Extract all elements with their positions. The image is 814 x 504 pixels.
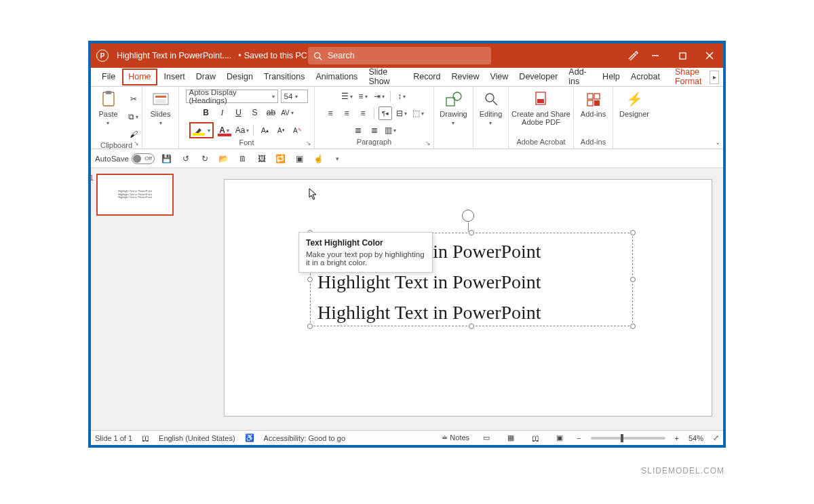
accessibility-status[interactable]: Accessibility: Good to go — [264, 434, 345, 442]
save-button[interactable]: 💾 — [160, 152, 174, 166]
ink-replay-icon[interactable] — [627, 50, 638, 60]
present-button[interactable]: ▣ — [293, 152, 307, 166]
shadow-button[interactable]: S — [248, 106, 262, 119]
font-dialog-launcher[interactable]: ↘ — [305, 139, 313, 147]
tab-view[interactable]: View — [484, 69, 513, 85]
undo-button[interactable]: ↺ — [179, 152, 193, 166]
insert-pic-button[interactable]: 🖼 — [255, 152, 269, 166]
group-drawing: Drawing▾ — [434, 87, 473, 149]
language-status[interactable]: English (United States) — [159, 434, 235, 442]
paste-button[interactable]: Paste▾ — [93, 90, 124, 127]
tab-draw[interactable]: Draw — [191, 69, 221, 85]
clear-formatting-button[interactable]: A✎ — [290, 123, 304, 137]
tab-transitions[interactable]: Transitions — [258, 69, 311, 85]
text-direction-button[interactable]: ¶◂ — [379, 106, 392, 120]
zoom-slider[interactable] — [591, 437, 665, 440]
strikethrough-button[interactable]: ab — [265, 106, 278, 119]
create-share-pdf-button[interactable]: Create and Share Adobe PDF — [511, 90, 571, 126]
cut-button[interactable]: ✂ — [127, 92, 140, 106]
autosave-toggle[interactable]: AutoSave Off — [95, 153, 155, 164]
tab-acrobat[interactable]: Acrobat — [625, 69, 665, 85]
slideshow-view-button[interactable]: ▣ — [552, 433, 567, 444]
resize-handle-ne[interactable] — [630, 230, 636, 235]
touch-mode-button[interactable]: ☝ — [312, 152, 326, 166]
resize-handle-n[interactable] — [469, 230, 474, 235]
rotation-handle[interactable] — [462, 210, 474, 222]
copy-button[interactable]: ⧉ — [127, 110, 140, 123]
numbering-button[interactable]: ≡ — [356, 90, 370, 103]
reading-view-button[interactable]: 🕮 — [528, 433, 543, 444]
character-spacing-button[interactable]: AV — [281, 106, 294, 119]
font-name-combo[interactable]: Aptos Display (Headings)▾ — [186, 90, 278, 103]
redo-button[interactable]: ↻ — [198, 152, 212, 166]
autosave-switch-off[interactable]: Off — [132, 153, 155, 164]
resize-handle-w[interactable] — [307, 277, 313, 282]
clipboard-dialog-launcher[interactable]: ↘ — [132, 139, 140, 147]
tab-home[interactable]: Home — [122, 69, 157, 85]
collapse-ribbon-button[interactable]: ⌄ — [715, 138, 720, 146]
line-spacing-button[interactable]: ↕ — [395, 90, 408, 103]
open-button[interactable]: 📂 — [217, 152, 231, 166]
reuse-slides-button[interactable]: 🔁 — [274, 152, 288, 166]
paragraph-dialog-launcher[interactable]: ↘ — [424, 139, 432, 147]
italic-button[interactable]: I — [216, 106, 229, 119]
resize-handle-s[interactable] — [469, 324, 474, 329]
zoom-in-button[interactable]: + — [675, 434, 679, 442]
tab-review[interactable]: Review — [446, 69, 484, 85]
new-file-button[interactable]: 🗎 — [236, 152, 250, 166]
slide-counter[interactable]: Slide 1 of 1 — [95, 434, 132, 442]
resize-handle-sw[interactable] — [307, 324, 313, 329]
align-center-button[interactable]: ≡ — [340, 106, 353, 120]
resize-handle-e[interactable] — [630, 277, 636, 282]
slide-canvas-area[interactable]: Highlight Text in PowerPoint Highlight T… — [179, 168, 723, 430]
sorter-view-button[interactable]: ▦ — [503, 433, 518, 444]
tab-help[interactable]: Help — [597, 69, 625, 85]
accessibility-icon[interactable]: ♿ — [245, 433, 254, 442]
align-text-button[interactable]: ⊟ — [395, 106, 408, 120]
slide-thumbnail-1[interactable]: Highlight Text in PowerPoint Highlight T… — [96, 174, 174, 216]
resize-handle-se[interactable] — [630, 324, 636, 329]
slide-thumbnail-panel[interactable]: 1 Highlight Text in PowerPoint Highlight… — [91, 168, 179, 430]
font-size-combo[interactable]: 54▾ — [281, 90, 308, 103]
distribute-button[interactable]: ≣ — [368, 123, 381, 137]
tab-insert[interactable]: Insert — [159, 69, 191, 85]
slide[interactable]: Highlight Text in PowerPoint Highlight T… — [224, 179, 712, 416]
tab-overflow-button[interactable]: ▸ — [710, 71, 719, 84]
justify-button[interactable]: ≣ — [351, 123, 365, 137]
decrease-font-button[interactable]: A▾ — [274, 123, 288, 137]
qat-customize-button[interactable]: ▾ — [331, 152, 345, 166]
tab-animations[interactable]: Animations — [311, 69, 364, 85]
bullets-button[interactable]: ☰ — [340, 90, 353, 103]
increase-font-button[interactable]: A▴ — [258, 123, 271, 137]
align-right-button[interactable]: ≡ — [356, 106, 370, 120]
addins-button[interactable]: Add-ins — [578, 90, 609, 118]
fit-to-window-button[interactable]: ⤢ — [713, 433, 719, 442]
highlight-dropdown-arrow[interactable]: ▾ — [206, 128, 212, 134]
tab-developer[interactable]: Developer — [513, 69, 563, 85]
drawing-button[interactable]: Drawing▾ — [438, 90, 469, 127]
tab-design[interactable]: Design — [221, 69, 258, 85]
font-color-button[interactable]: A — [216, 123, 233, 137]
align-left-button[interactable]: ≡ — [324, 106, 337, 120]
normal-view-button[interactable]: ▭ — [479, 433, 494, 444]
text-line-3[interactable]: Highlight Text in PowerPoint — [311, 294, 632, 325]
zoom-out-button[interactable]: − — [577, 434, 581, 442]
saved-status[interactable]: Saved to this PC ⌄ — [244, 51, 315, 60]
zoom-percent[interactable]: 54% — [689, 434, 703, 442]
bold-button[interactable]: B — [199, 106, 213, 119]
list-level-button[interactable]: ⇥ — [372, 90, 386, 103]
search-box[interactable] — [308, 47, 491, 64]
new-slide-button[interactable]: Slides▾ — [145, 90, 176, 127]
columns-button[interactable]: ▥ — [384, 123, 398, 137]
editing-button[interactable]: Editing▾ — [476, 90, 507, 127]
text-highlight-color-button[interactable]: ▾ — [189, 122, 214, 138]
tab-file[interactable]: File — [96, 69, 121, 85]
smartart-button[interactable]: ⬚ — [411, 106, 425, 120]
underline-button[interactable]: U — [232, 106, 246, 119]
change-case-button[interactable]: Aa — [235, 123, 250, 137]
tab-record[interactable]: Record — [408, 69, 446, 85]
search-input[interactable] — [326, 50, 486, 61]
designer-button[interactable]: ⚡ Designer — [619, 90, 650, 118]
spellcheck-icon[interactable]: 🕮 — [142, 434, 149, 442]
notes-button[interactable]: ≐ Notes — [442, 433, 469, 442]
